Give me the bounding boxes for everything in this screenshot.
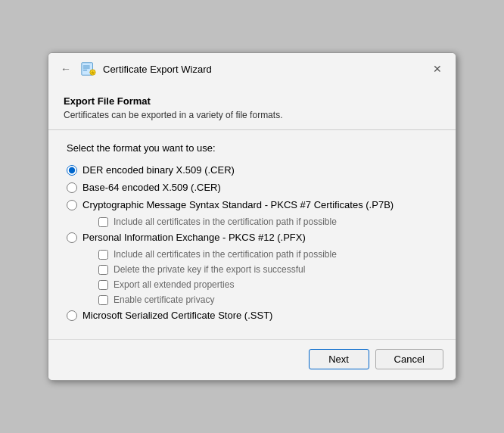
pfx-sub-options: Include all certificates in the certific… — [67, 249, 437, 305]
format-der-radio[interactable] — [67, 165, 77, 176]
header-section: Export File Format Certificates can be e… — [48, 83, 456, 129]
pfx-extprops-checkbox[interactable] — [98, 280, 108, 290]
pfx-deletekey-label: Delete the private key if the export is … — [114, 264, 305, 275]
pfx-privacy-option[interactable]: Enable certificate privacy — [98, 294, 437, 305]
pfx-extprops-option[interactable]: Export all extended properties — [98, 279, 437, 290]
certificate-export-wizard-dialog: ← Certificate Export Wizard ✕ Export Fil… — [48, 52, 456, 381]
format-pkcs7-label: Cryptographic Message Syntax Standard - … — [82, 199, 394, 210]
footer: Next Cancel — [48, 339, 456, 380]
cancel-button[interactable]: Cancel — [375, 349, 443, 369]
title-bar: ← Certificate Export Wizard ✕ — [48, 53, 456, 83]
format-sst-radio[interactable] — [67, 310, 77, 321]
format-pfx-option[interactable]: Personal Information Exchange - PKCS #12… — [67, 232, 437, 243]
format-pkcs7-option[interactable]: Cryptographic Message Syntax Standard - … — [67, 199, 437, 210]
pkcs7-sub-options: Include all certificates in the certific… — [67, 216, 437, 227]
pfx-privacy-checkbox[interactable] — [98, 295, 108, 305]
format-base64-label: Base-64 encoded X.509 (.CER) — [82, 182, 221, 193]
svg-rect-2 — [83, 67, 90, 68]
header-description: Certificates can be exported in a variet… — [64, 110, 440, 120]
format-pfx-radio[interactable] — [67, 232, 77, 243]
title-bar-left: ← Certificate Export Wizard — [58, 61, 212, 77]
pfx-deletekey-option[interactable]: Delete the private key if the export is … — [98, 264, 437, 275]
svg-rect-1 — [83, 65, 90, 66]
pkcs7-certpath-checkbox[interactable] — [98, 217, 108, 227]
header-title: Export File Format — [64, 95, 440, 107]
certificate-icon — [80, 61, 97, 77]
format-base64-option[interactable]: Base-64 encoded X.509 (.CER) — [67, 182, 437, 193]
format-der-option[interactable]: DER encoded binary X.509 (.CER) — [67, 164, 437, 176]
pfx-certpath-label: Include all certificates in the certific… — [114, 249, 337, 260]
pfx-privacy-label: Enable certificate privacy — [114, 294, 214, 305]
format-der-label: DER encoded binary X.509 (.CER) — [82, 164, 235, 176]
dialog-title: Certificate Export Wizard — [103, 64, 212, 75]
pfx-certpath-option[interactable]: Include all certificates in the certific… — [98, 249, 437, 260]
pkcs7-certpath-label: Include all certificates in the certific… — [114, 216, 337, 227]
pfx-deletekey-checkbox[interactable] — [98, 265, 108, 275]
close-button[interactable]: ✕ — [428, 61, 446, 76]
format-base64-radio[interactable] — [67, 182, 77, 193]
back-button[interactable]: ← — [58, 61, 74, 76]
pfx-certpath-checkbox[interactable] — [98, 250, 108, 260]
next-button[interactable]: Next — [309, 349, 369, 369]
pfx-extprops-label: Export all extended properties — [114, 279, 234, 290]
pkcs7-certpath-option[interactable]: Include all certificates in the certific… — [98, 216, 437, 227]
content-section: Select the format you want to use: DER e… — [48, 130, 456, 339]
svg-rect-3 — [83, 70, 88, 70]
format-pkcs7-radio[interactable] — [67, 200, 77, 210]
format-pfx-label: Personal Information Exchange - PKCS #12… — [82, 232, 306, 243]
format-sst-option[interactable]: Microsoft Serialized Certificate Store (… — [67, 310, 437, 321]
format-sst-label: Microsoft Serialized Certificate Store (… — [82, 310, 272, 321]
format-prompt: Select the format you want to use: — [67, 142, 437, 154]
